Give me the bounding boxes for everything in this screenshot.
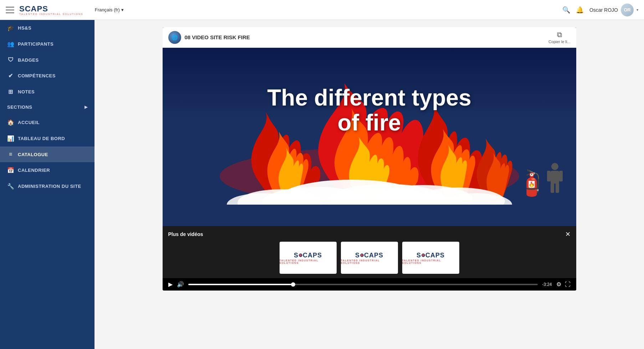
more-videos-panel: Plus de vidéos ✕ SCAPS TALENTED INDUSTRI… bbox=[163, 226, 576, 278]
hss-icon: 🎓 bbox=[7, 25, 14, 31]
svg-rect-12 bbox=[559, 171, 563, 181]
progress-dot bbox=[291, 282, 295, 287]
settings-button[interactable]: ⚙ bbox=[556, 281, 561, 288]
video-overlay-text: The different types of fire bbox=[267, 85, 471, 135]
video-thumb-2[interactable]: SCAPS TALENTED INDUSTRIAL SOLUTIONS bbox=[341, 242, 398, 274]
logo: S CAPS TALENTED INDUSTRIAL SOLUTIONS bbox=[19, 4, 83, 15]
sidebar-label-admin: ADMINISTRATION DU SITE bbox=[18, 184, 81, 189]
extinguisher-icon: 🧯 bbox=[517, 168, 548, 197]
copy-link-label: Copier le li... bbox=[548, 40, 570, 44]
thumb-logo-3: SCAPS TALENTED INDUSTRIAL SOLUTIONS bbox=[402, 252, 459, 264]
user-menu-chevron: ▾ bbox=[637, 8, 638, 12]
sidebar-label-catalogue: CATALOGUE bbox=[18, 152, 48, 157]
sidebar-label-accueil: ACCUEIL bbox=[18, 120, 40, 125]
logo-subtitle: TALENTED INDUSTRIAL SOLUTIONS bbox=[19, 13, 83, 15]
more-videos-title: Plus de vidéos bbox=[168, 231, 203, 237]
sidebar-item-participants[interactable]: 👥 PARTICIPANTS bbox=[0, 36, 94, 52]
logo-text-s: S bbox=[19, 4, 25, 14]
content-area: 🌐 08 VIDEO SITE RISK FIRE ⧉ Copier le li… bbox=[94, 20, 644, 349]
svg-rect-10 bbox=[551, 171, 559, 184]
sidebar-label-badges: BADGES bbox=[18, 57, 39, 63]
sidebar-label-sections: SECTIONS bbox=[7, 104, 32, 110]
participants-icon: 👥 bbox=[7, 41, 14, 47]
sidebar-item-hss[interactable]: 🎓 HS&S bbox=[0, 20, 94, 36]
video-header-left: 🌐 08 VIDEO SITE RISK FIRE bbox=[168, 31, 250, 44]
close-more-videos-button[interactable]: ✕ bbox=[565, 230, 571, 238]
competences-icon: ✔ bbox=[7, 72, 14, 79]
progress-fill bbox=[188, 284, 293, 285]
video-main: 🧯 The different bbox=[163, 48, 576, 226]
user-avatar: OR bbox=[621, 4, 634, 16]
user-menu[interactable]: Oscar ROJO OR ▾ bbox=[589, 4, 638, 16]
language-chevron: ▾ bbox=[121, 7, 124, 12]
badges-icon: 🛡 bbox=[7, 57, 14, 63]
sidebar-item-badges[interactable]: 🛡 BADGES bbox=[0, 52, 94, 68]
svg-point-9 bbox=[551, 163, 558, 170]
hamburger-menu[interactable] bbox=[6, 7, 14, 13]
volume-button[interactable]: 🔊 bbox=[177, 281, 184, 288]
sidebar-item-calendrier[interactable]: 📅 CALENDRIER bbox=[0, 162, 94, 178]
avatar-initials: OR bbox=[624, 7, 631, 12]
language-selector[interactable]: Français (fr) ▾ bbox=[92, 6, 127, 14]
sidebar-item-accueil[interactable]: 🏠 ACCUEIL bbox=[0, 114, 94, 130]
sidebar-item-competences[interactable]: ✔ COMPÉTENCES bbox=[0, 68, 94, 84]
tableau-icon: 📊 bbox=[7, 135, 14, 142]
catalogue-icon: ≡ bbox=[7, 151, 14, 158]
sidebar-label-hss: HS&S bbox=[18, 25, 31, 31]
fire-scene: 🧯 The different bbox=[163, 48, 576, 226]
notifications-button[interactable]: 🔔 bbox=[576, 6, 584, 14]
sidebar-item-catalogue[interactable]: ≡ CATALOGUE bbox=[0, 147, 94, 162]
time-remaining: -3:24 bbox=[542, 282, 552, 287]
video-controls: ▶ 🔊 -3:24 ⚙ ⛶ bbox=[163, 278, 576, 291]
svg-rect-13 bbox=[551, 183, 554, 193]
video-thumb-1[interactable]: SCAPS TALENTED INDUSTRIAL SOLUTIONS bbox=[280, 242, 337, 274]
video-thumbnails-list: SCAPS TALENTED INDUSTRIAL SOLUTIONS SCAP… bbox=[168, 242, 571, 274]
sidebar-item-tableau[interactable]: 📊 TABLEAU DE BORD bbox=[0, 130, 94, 147]
thumb-logo-2: SCAPS TALENTED INDUSTRIAL SOLUTIONS bbox=[341, 252, 398, 264]
video-icon: 🌐 bbox=[168, 31, 181, 44]
calendrier-icon: 📅 bbox=[7, 167, 14, 174]
progress-bar[interactable] bbox=[188, 284, 538, 285]
sidebar-label-tableau: TABLEAU DE BORD bbox=[18, 136, 65, 141]
main-layout: 🎓 HS&S 👥 PARTICIPANTS 🛡 BADGES ✔ COMPÉTE… bbox=[0, 20, 644, 349]
logo-text-caps: CAPS bbox=[25, 4, 48, 14]
sidebar-label-participants: PARTICIPANTS bbox=[18, 41, 53, 47]
notes-icon: ⊞ bbox=[7, 88, 14, 95]
sidebar-item-notes[interactable]: ⊞ NOTES bbox=[0, 84, 94, 100]
video-title: 08 VIDEO SITE RISK FIRE bbox=[185, 34, 250, 40]
sidebar-label-competences: COMPÉTENCES bbox=[18, 73, 56, 78]
video-extra-controls: ⚙ ⛶ bbox=[556, 281, 571, 288]
nav-right-area: 🔍 🔔 Oscar ROJO OR ▾ bbox=[562, 4, 638, 16]
language-label: Français (fr) bbox=[95, 7, 120, 12]
sidebar-label-notes: NOTES bbox=[18, 89, 35, 94]
admin-icon: 🔧 bbox=[7, 183, 14, 190]
search-button[interactable]: 🔍 bbox=[562, 6, 570, 14]
accueil-icon: 🏠 bbox=[7, 119, 14, 126]
sections-expand-icon: ▶ bbox=[85, 105, 88, 109]
copy-link-button[interactable]: ⧉ Copier le li... bbox=[548, 31, 570, 44]
video-header: 🌐 08 VIDEO SITE RISK FIRE ⧉ Copier le li… bbox=[163, 27, 576, 48]
copy-icon: ⧉ bbox=[557, 31, 562, 39]
more-videos-header: Plus de vidéos ✕ bbox=[168, 230, 571, 238]
sidebar-label-calendrier: CALENDRIER bbox=[18, 168, 50, 173]
play-pause-button[interactable]: ▶ bbox=[168, 281, 173, 288]
video-text-line1: The different types bbox=[267, 85, 471, 110]
thumb-logo-1: SCAPS TALENTED INDUSTRIAL SOLUTIONS bbox=[280, 252, 337, 264]
sidebar: 🎓 HS&S 👥 PARTICIPANTS 🛡 BADGES ✔ COMPÉTE… bbox=[0, 20, 94, 349]
video-thumb-3[interactable]: SCAPS TALENTED INDUSTRIAL SOLUTIONS bbox=[402, 242, 459, 274]
video-container: 🌐 08 VIDEO SITE RISK FIRE ⧉ Copier le li… bbox=[163, 27, 576, 291]
video-text-line2: of fire bbox=[267, 110, 471, 135]
svg-rect-14 bbox=[556, 183, 559, 193]
sidebar-item-sections[interactable]: SECTIONS ▶ bbox=[0, 100, 94, 114]
sidebar-item-admin[interactable]: 🔧 ADMINISTRATION DU SITE bbox=[0, 178, 94, 194]
user-name-label: Oscar ROJO bbox=[589, 7, 618, 13]
top-navigation: S CAPS TALENTED INDUSTRIAL SOLUTIONS Fra… bbox=[0, 0, 644, 20]
fullscreen-button[interactable]: ⛶ bbox=[565, 281, 571, 288]
